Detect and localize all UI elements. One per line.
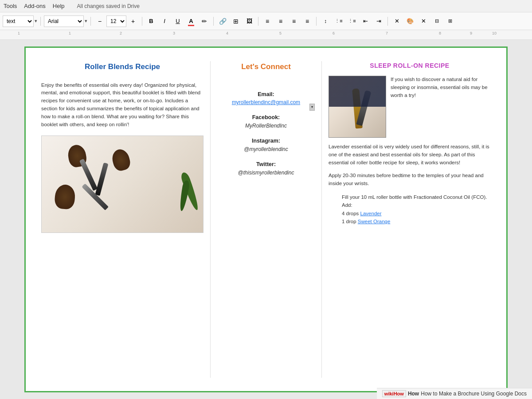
menu-addons[interactable]: Add-ons — [24, 3, 45, 9]
wikihow-logo: wikiHow — [382, 390, 406, 397]
table-button[interactable]: ⊞ — [444, 15, 456, 27]
col3-para1: Lavender essential oil is very widely us… — [329, 143, 491, 167]
divider-1 — [40, 17, 41, 26]
ruler-marks: 1 1 2 3 4 5 6 7 8 9 10 — [4, 30, 528, 39]
twitter-label: Twitter: — [217, 160, 315, 169]
main-area: Roller Blends Recipe Enjoy the benefits … — [0, 40, 532, 399]
link-button[interactable]: 🔗 — [217, 15, 228, 27]
text-color-button[interactable]: A — [185, 15, 197, 27]
save-status: All changes saved in Drive — [77, 3, 140, 9]
clear-format-button[interactable]: ✕ — [418, 15, 429, 27]
col3-title: SLEEP ROLL-ON RECIPE — [329, 61, 491, 70]
column-3: SLEEP ROLL-ON RECIPE If you wish to disc… — [322, 57, 497, 382]
bold-button[interactable]: B — [145, 15, 157, 27]
align-right-button[interactable]: ≡ — [288, 15, 300, 27]
font-selector[interactable]: Arial — [44, 15, 84, 27]
indent-increase-button[interactable]: ⇥ — [373, 15, 384, 27]
insert-image-button[interactable]: ⊞ — [230, 15, 242, 27]
col3-product-image — [329, 76, 386, 138]
sweet-orange-link[interactable]: Sweet Orange — [358, 219, 391, 224]
instagram-value: @myrollerblendinc — [217, 145, 315, 153]
facebook-label: Facebook: — [217, 113, 315, 122]
col3-recipe: Fill your 10 mL roller bottle with Fract… — [342, 193, 491, 226]
divider-4 — [213, 17, 214, 26]
pine-cone-2 — [54, 184, 76, 210]
insert-photo-button[interactable]: 🖼 — [243, 15, 255, 27]
ruler-mark-6: 6 — [332, 31, 335, 35]
email-item: Email: myrollerblendinc@gmail.com — [217, 90, 315, 107]
dropdown-arrow-font: ▾ — [85, 18, 87, 24]
col1-title: Roller Blends Recipe — [41, 61, 203, 73]
size-group: − 12 + — [94, 15, 139, 27]
ruler-mark-3: 3 — [173, 31, 175, 35]
wikihow-bar: wikiHow How How to Make a Brochure Using… — [377, 388, 532, 399]
col3-recipe-orange: 1 drop Sweet Orange — [342, 217, 491, 225]
ruler: 1 1 2 3 4 5 6 7 8 9 10 — [0, 30, 532, 40]
ruler-mark-4: 4 — [226, 31, 228, 35]
col3-image-shadow — [329, 76, 386, 107]
list-numbered-button[interactable]: ⋮≡ — [333, 15, 344, 27]
menu-tools[interactable]: Tools — [4, 3, 17, 9]
line-spacing-button[interactable]: ↕ — [320, 15, 331, 27]
ruler-mark-8: 8 — [439, 31, 441, 35]
menu-bar: Tools Add-ons Help All changes saved in … — [0, 0, 532, 12]
font-size-increase[interactable]: + — [127, 15, 139, 27]
divider-6 — [316, 17, 317, 26]
toolbar: text ▾ Arial ▾ − 12 + B I U A ✏ 🔗 ⊞ 🖼 ≡ … — [0, 12, 532, 30]
instagram-label: Instagram: — [217, 137, 315, 145]
column-button[interactable]: ⊟ — [431, 15, 442, 27]
ruler-mark-1: 1 — [69, 31, 71, 35]
bottle-immunity — [95, 163, 108, 196]
style-selector[interactable]: text — [3, 15, 34, 27]
pine-cone-3 — [110, 147, 132, 172]
column-1: Roller Blends Recipe Enjoy the benefits … — [35, 57, 210, 382]
col3-recipe-add: Add: — [342, 201, 491, 209]
style-group: text ▾ — [3, 15, 37, 27]
menu-help[interactable]: Help — [53, 3, 65, 9]
ruler-mark-0: 1 — [18, 31, 20, 35]
email-label: Email: — [217, 90, 315, 99]
list-bullet-button[interactable]: ⋮≡ — [346, 15, 358, 27]
ruler-mark-2: 2 — [120, 31, 122, 35]
align-center-button[interactable]: ≡ — [275, 15, 286, 27]
indent-decrease-button[interactable]: ⇤ — [360, 15, 371, 27]
font-size-selector[interactable]: 12 — [106, 15, 126, 27]
strikethrough-button[interactable]: ✕ — [391, 15, 403, 27]
divider-3 — [142, 17, 142, 26]
divider-5 — [258, 17, 258, 26]
email-link[interactable]: myrollerblendinc@gmail.com — [232, 99, 300, 105]
roller-image-content — [42, 136, 203, 232]
ruler-mark-7: 7 — [386, 31, 388, 35]
ruler-mark-10: 10 — [492, 31, 497, 35]
font-size-decrease[interactable]: − — [94, 15, 106, 27]
italic-button[interactable]: I — [159, 15, 170, 27]
divider-2 — [90, 17, 91, 26]
ruler-mark-5: 5 — [279, 31, 282, 35]
col2-title: Let's Connect — [217, 61, 315, 73]
twitter-value: @thisismyrollerblendinc — [217, 169, 315, 177]
divider-7 — [387, 17, 388, 26]
underline-button[interactable]: U — [172, 15, 184, 27]
scroll-indicator[interactable]: ▾ — [309, 104, 315, 111]
document-inner: Roller Blends Recipe Enjoy the benefits … — [26, 48, 506, 391]
column-2: Let's Connect ▾ Email: myrollerblendinc@… — [211, 57, 321, 382]
col3-para2: Apply 20-30 minutes before bedtime to th… — [329, 172, 491, 188]
col3-recipe-lavender: 4 drops Lavender — [342, 209, 491, 217]
font-group: Arial ▾ — [44, 15, 87, 27]
lavender-link[interactable]: Lavender — [360, 211, 382, 216]
col3-recipe-line1: Fill your 10 mL roller bottle with Fract… — [342, 193, 491, 201]
document: Roller Blends Recipe Enjoy the benefits … — [24, 46, 508, 392]
highlight-button[interactable]: ✏ — [199, 15, 210, 27]
facebook-value: MyRollerBlendInc — [217, 122, 315, 130]
twitter-item: Twitter: @thisismyrollerblendinc — [217, 160, 315, 177]
paint-format-button[interactable]: 🎨 — [404, 15, 416, 27]
instagram-item: Instagram: @myrollerblendinc — [217, 137, 315, 153]
dropdown-arrow-style: ▾ — [35, 18, 37, 24]
align-left-button[interactable]: ≡ — [262, 15, 273, 27]
col3-image-bg — [329, 76, 386, 137]
align-justify-button[interactable]: ≡ — [301, 15, 313, 27]
facebook-item: Facebook: MyRollerBlendInc — [217, 113, 315, 130]
col3-intro-text: If you wish to discover a natural aid fo… — [391, 76, 491, 138]
col3-top-section: If you wish to discover a natural aid fo… — [329, 76, 491, 138]
wikihow-text: How to Make a Brochure Using Google Docs — [421, 391, 527, 397]
